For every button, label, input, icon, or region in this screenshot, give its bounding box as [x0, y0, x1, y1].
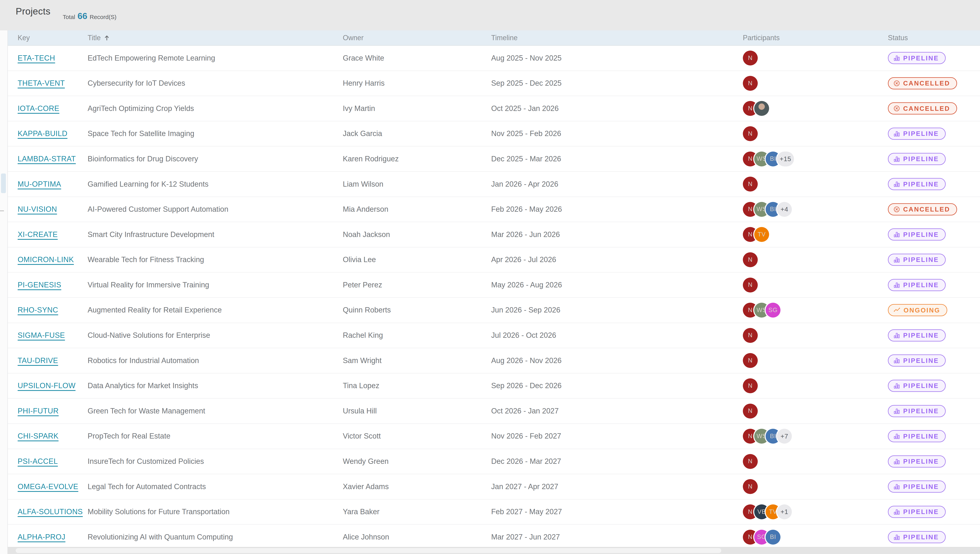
- project-timeline: Feb 2026 - May 2026: [491, 205, 743, 214]
- avatar-N: N: [743, 479, 758, 494]
- scroll-position-indicator[interactable]: [1, 174, 6, 193]
- project-owner: Henry Harris: [343, 79, 491, 88]
- project-title: Data Analytics for Market Insights: [88, 381, 343, 390]
- project-key-link[interactable]: XI-CREATE: [18, 230, 57, 239]
- status-badge: PIPELINE: [888, 380, 946, 392]
- project-title: Cloud-Native Solutions for Enterprise: [88, 331, 343, 340]
- project-timeline: Sep 2025 - Dec 2025: [491, 79, 743, 88]
- project-key-link[interactable]: ALFA-SOLUTIONS: [18, 508, 83, 516]
- project-key-link[interactable]: PHI-FUTUR: [18, 407, 59, 415]
- project-owner: Xavier Adams: [343, 482, 491, 492]
- status-icon: [893, 130, 900, 137]
- project-owner: Alice Johnson: [343, 532, 491, 542]
- participants-group: N: [743, 278, 888, 293]
- project-key-link[interactable]: PSI-ACCEL: [18, 457, 58, 465]
- project-key-link[interactable]: THETA-VENT: [18, 79, 65, 87]
- project-owner: Quinn Roberts: [343, 306, 491, 315]
- status-label: PIPELINE: [903, 533, 939, 541]
- project-key-link[interactable]: ETA-TECH: [18, 54, 55, 62]
- project-key-link[interactable]: NU-VISION: [18, 205, 57, 213]
- column-header-timeline[interactable]: Timeline: [491, 34, 743, 42]
- avatar-N: N: [743, 353, 758, 368]
- participants-group: N: [743, 51, 888, 65]
- status-icon: [893, 231, 900, 238]
- project-title: InsureTech for Customized Policies: [88, 457, 343, 466]
- project-key-link[interactable]: OMICRON-LINK: [18, 255, 74, 264]
- participants-group: N: [743, 328, 888, 343]
- project-timeline: Jul 2026 - Oct 2026: [491, 331, 743, 340]
- table-row: OMEGA-EVOLVE Legal Tech for Automated Co…: [8, 474, 980, 500]
- project-key-link[interactable]: SIGMA-FUSE: [18, 331, 65, 339]
- project-key-link[interactable]: CHI-SPARK: [18, 432, 59, 440]
- status-badge: PIPELINE: [888, 254, 946, 266]
- table-row: OMICRON-LINK Wearable Tech for Fitness T…: [8, 247, 980, 273]
- project-timeline: Mar 2026 - Jun 2026: [491, 230, 743, 239]
- project-key-link[interactable]: OMEGA-EVOLVE: [18, 482, 78, 491]
- project-owner: Mia Anderson: [343, 205, 491, 214]
- avatar-N: N: [743, 454, 758, 469]
- project-key-link[interactable]: LAMBDA-STRAT: [18, 155, 76, 163]
- status-label: ONGOING: [904, 306, 940, 314]
- project-key-link[interactable]: ALPHA-PROJ: [18, 533, 65, 541]
- status-badge: PIPELINE: [888, 279, 946, 291]
- project-key-link[interactable]: KAPPA-BUILD: [18, 129, 67, 138]
- participants-group: N: [743, 76, 888, 91]
- horizontal-scrollbar-thumb[interactable]: [16, 548, 721, 553]
- project-title: Green Tech for Waste Management: [88, 406, 343, 416]
- participants-overflow-chip[interactable]: +4: [777, 202, 792, 217]
- status-badge: PIPELINE: [888, 330, 946, 342]
- column-header-status[interactable]: Status: [888, 34, 980, 42]
- project-title: Bioinformatics for Drug Discovery: [88, 154, 343, 164]
- participants-group: N: [743, 101, 888, 116]
- table-body: ETA-TECH EdTech Empowering Remote Learni…: [8, 46, 980, 547]
- avatar-TV: TV: [754, 227, 769, 242]
- status-icon: [893, 282, 900, 288]
- participants-group: NSGBI: [743, 530, 888, 544]
- status-icon: [893, 508, 900, 516]
- participants-overflow-chip[interactable]: +1: [777, 505, 792, 519]
- project-owner: Jack Garcia: [343, 129, 491, 138]
- status-badge: PIPELINE: [888, 127, 946, 140]
- column-header-participants[interactable]: Participants: [743, 34, 888, 42]
- status-label: CANCELLED: [903, 205, 950, 213]
- photo-avatar: [754, 101, 769, 116]
- avatar-SG: SG: [765, 302, 781, 318]
- project-title: Legal Tech for Automated Contracts: [88, 482, 343, 492]
- project-timeline: Aug 2025 - Nov 2025: [491, 54, 743, 63]
- projects-table: Key Title Owner Timeline Participants St…: [8, 30, 980, 547]
- status-badge: PIPELINE: [888, 455, 946, 468]
- status-badge: PIPELINE: [888, 228, 946, 240]
- table-row: ALFA-SOLUTIONS Mobility Solutions for Fu…: [8, 500, 980, 525]
- column-header-title[interactable]: Title: [88, 34, 343, 42]
- avatar-N: N: [743, 126, 758, 141]
- status-badge: PIPELINE: [888, 52, 946, 64]
- project-owner: Victor Scott: [343, 431, 491, 441]
- project-title: Cybersecurity for IoT Devices: [88, 79, 343, 88]
- project-key-link[interactable]: IOTA-CORE: [18, 104, 59, 113]
- participants-overflow-chip[interactable]: +15: [777, 151, 794, 166]
- participants-overflow-chip[interactable]: +7: [777, 429, 792, 444]
- table-row: MU-OPTIMA Gamified Learning for K-12 Stu…: [8, 172, 980, 197]
- status-icon: [893, 458, 900, 465]
- project-owner: Yara Baker: [343, 507, 491, 517]
- project-title: Space Tech for Satellite Imaging: [88, 129, 343, 138]
- project-owner: Sam Wright: [343, 356, 491, 365]
- project-key-link[interactable]: MU-OPTIMA: [18, 180, 61, 188]
- status-badge: PIPELINE: [888, 481, 946, 493]
- status-label: PIPELINE: [903, 457, 939, 465]
- avatar-N: N: [743, 378, 758, 393]
- participants-group: N: [743, 126, 888, 141]
- project-key-link[interactable]: TAU-DRIVE: [18, 357, 58, 365]
- table-row: IOTA-CORE AgriTech Optimizing Crop Yield…: [8, 96, 980, 121]
- project-timeline: Nov 2025 - Feb 2026: [491, 129, 743, 138]
- project-key-link[interactable]: UPSILON-FLOW: [18, 382, 75, 390]
- participants-group: N: [743, 378, 888, 393]
- project-key-link[interactable]: RHO-SYNC: [18, 306, 58, 314]
- status-icon: [893, 306, 900, 314]
- participants-group: NVBTV+1: [743, 505, 888, 519]
- project-title: Mobility Solutions for Future Transporta…: [88, 507, 343, 517]
- record-count-prefix: Total: [63, 14, 75, 21]
- column-header-key[interactable]: Key: [18, 34, 88, 42]
- project-key-link[interactable]: PI-GENESIS: [18, 281, 61, 289]
- column-header-owner[interactable]: Owner: [343, 34, 491, 42]
